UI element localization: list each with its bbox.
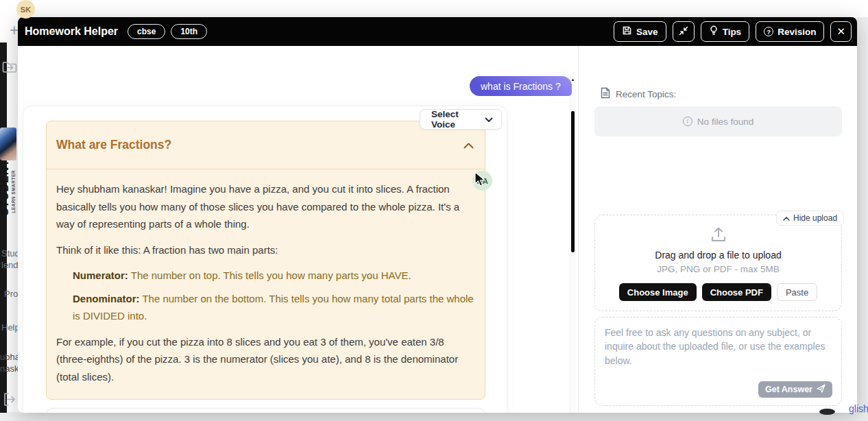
sidebar-item-fragment[interactable]: Pro: [4, 289, 18, 299]
logout-icon[interactable]: [2, 392, 17, 409]
homework-helper-modal: Homework Helper cbse 10th Save: [18, 17, 857, 413]
grade-badge: 10th: [171, 24, 207, 39]
dropzone-formats: JPG, PNG or PDF - max 5MB: [657, 264, 780, 274]
chat-main-area: what is Fractions ? What are Fractions? …: [18, 46, 578, 413]
folder-export-icon[interactable]: [2, 60, 18, 76]
get-answer-button[interactable]: Get Answer: [758, 381, 832, 398]
question-input-box: Get Answer: [594, 317, 842, 406]
page-bottom-gutter: [0, 413, 868, 421]
question-circle-icon: ?: [764, 27, 773, 36]
username-fragment: nask: [0, 363, 19, 374]
revision-button[interactable]: ? Revision: [756, 21, 824, 42]
answer-paragraph: Think of it like this: A fraction has tw…: [56, 241, 477, 259]
accordion-header[interactable]: What are Fractions?: [47, 121, 485, 169]
accordion-title: What are Fractions?: [56, 138, 171, 152]
modal-title: Homework Helper: [25, 25, 118, 38]
username-fragment: ubha: [0, 352, 20, 362]
minimize-button[interactable]: [673, 21, 695, 42]
document-icon: [601, 87, 610, 101]
promo-image: [0, 128, 16, 160]
info-icon: i: [683, 117, 692, 126]
modal-header: Homework Helper cbse 10th Save: [18, 17, 857, 46]
page-right-gutter: [857, 17, 868, 421]
numerator-definition: Numerator: The number on top. This tells…: [73, 267, 477, 285]
accordion-what-are-fractions: What are Fractions? Hey shubham kanaskar…: [46, 121, 485, 400]
screen: + STUDENT LEARN SMARTER Study lend Pro H…: [0, 0, 868, 421]
accordion-types-of-fractions[interactable]: Types of Fractions: [46, 408, 485, 413]
question-textarea[interactable]: [595, 317, 841, 371]
chevron-up-icon: [783, 213, 790, 223]
answer-paragraph: Hey shubham kanaskar! Imagine you have a…: [56, 180, 477, 233]
answer-paragraph: For example, if you cut the pizza into 8…: [56, 333, 477, 386]
voice-select[interactable]: Select Voice: [420, 109, 502, 130]
language-selector-fragment[interactable]: glish: [849, 403, 868, 414]
denominator-definition: Denominator: The number on the bottom. T…: [73, 290, 477, 325]
upload-icon: [710, 226, 727, 245]
choose-image-button[interactable]: Choose Image: [619, 283, 697, 301]
send-icon: [817, 384, 825, 395]
mouse-cursor: [474, 171, 486, 191]
answer-panel: What are Fractions? Hey shubham kanaskar…: [23, 106, 507, 413]
lightbulb-icon: [709, 25, 719, 38]
brand-tagline-vertical: LEARN SMARTER: [11, 170, 18, 229]
board-badge: cbse: [128, 24, 165, 39]
save-icon: [622, 25, 632, 38]
dropzone-text: Drag and drop a file to upload: [655, 250, 781, 261]
accordion-content: Hey shubham kanaskar! Imagine you have a…: [47, 169, 485, 399]
language-globe-icon[interactable]: [819, 409, 835, 415]
sidebar-item-fragment[interactable]: Help: [1, 322, 20, 333]
user-avatar[interactable]: SK: [16, 0, 35, 19]
file-dropzone[interactable]: Drag and drop a file to upload JPG, PNG …: [594, 215, 842, 311]
user-question-bubble: what is Fractions ?: [470, 76, 572, 96]
hide-upload-button[interactable]: Hide upload: [776, 210, 844, 226]
no-files-box: i No files found: [594, 106, 842, 136]
save-button[interactable]: Save: [614, 21, 666, 42]
chevron-up-icon[interactable]: [463, 139, 474, 152]
upload-sidebar: Recent Topics: i No files found Hide upl…: [578, 46, 857, 413]
tips-button[interactable]: Tips: [701, 21, 750, 42]
close-button[interactable]: ✕: [830, 21, 852, 42]
minimize-icon: [679, 26, 688, 38]
scrollbar-thumb[interactable]: [571, 111, 575, 252]
sidebar-item-fragment[interactable]: lend: [1, 260, 19, 270]
choose-pdf-button[interactable]: Choose PDF: [702, 283, 771, 301]
close-icon: ✕: [836, 25, 845, 38]
paste-button[interactable]: Paste: [777, 283, 817, 301]
chevron-down-icon: [485, 115, 493, 125]
recent-topics-header: Recent Topics:: [601, 87, 676, 101]
